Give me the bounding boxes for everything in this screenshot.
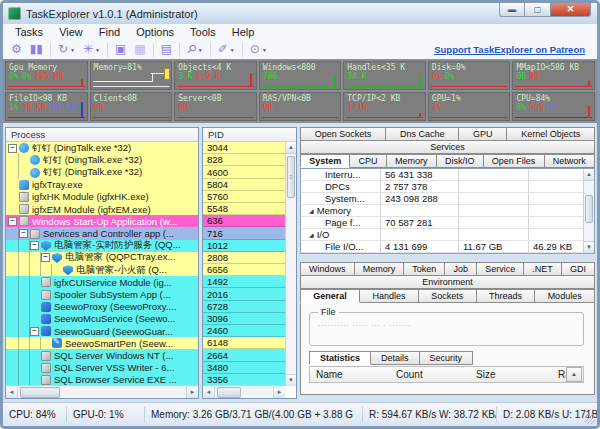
tab-token[interactable]: Token <box>404 262 445 276</box>
process-row[interactable]: SQL Server Windows NT (... <box>6 349 198 361</box>
power-button[interactable]: ⊙▼ <box>246 41 271 58</box>
process-row[interactable]: SQL Server VSS Writer - 6... <box>6 362 198 374</box>
system-table-row[interactable]: System...243 098 288 <box>301 193 583 205</box>
graph-panel-0[interactable]: Gpu Memory0%0%255 MB <box>5 61 88 90</box>
tab-kernel-objects[interactable]: Kernel Objects <box>507 127 595 141</box>
tab-system[interactable]: System <box>300 154 350 168</box>
process-row[interactable]: Spooler SubSystem App (... <box>6 288 198 300</box>
pid-cell[interactable]: 5804 <box>203 179 285 191</box>
menu-item-help[interactable]: Help <box>224 26 263 38</box>
tab-job[interactable]: Job <box>445 262 477 276</box>
graph-panel-2[interactable]: Objects<4 K3 K1.9 K <box>174 61 257 90</box>
tree-expander-icon[interactable]: − <box>41 253 50 262</box>
graph-panel-10[interactable]: RAS/VPN<0B0B <box>259 92 342 121</box>
stats-col-name[interactable]: Name <box>310 369 390 380</box>
pid-cell[interactable]: 6148 <box>203 337 285 349</box>
pid-cell[interactable]: 4600 <box>203 166 285 178</box>
process-column-header[interactable]: Process <box>6 128 198 142</box>
process-row[interactable]: −钉钉 (DingTalk.exe *32) <box>6 142 198 154</box>
pid-cell[interactable]: 636 <box>203 215 285 227</box>
pid-cell[interactable]: 3044 <box>203 142 285 154</box>
tab-modules[interactable]: Modules <box>535 289 595 303</box>
menu-item-view[interactable]: View <box>51 26 91 38</box>
pid-cell[interactable]: 1012 <box>203 240 285 252</box>
process-hscrollbar[interactable]: ◄ ► <box>6 385 198 398</box>
tab-sockets[interactable]: Sockets <box>419 289 477 303</box>
process-row[interactable]: igfxHK Module (igfxHK.exe) <box>6 191 198 203</box>
tab-gpu[interactable]: GPU <box>459 127 507 141</box>
vscroll-thumb[interactable]: ≡ <box>287 156 295 198</box>
process-row[interactable]: 电脑管家-小火箭 (Q... <box>6 264 198 276</box>
stats-col-size[interactable]: Size <box>470 369 552 380</box>
process-row[interactable]: igfxTray.exe <box>6 179 198 191</box>
process-row[interactable]: SeewoSmartPen (Seew... <box>6 337 198 349</box>
pid-cell[interactable]: 2016 <box>203 288 285 300</box>
graph-limit-slider[interactable] <box>164 68 170 80</box>
minimize-button[interactable]: ▬ <box>499 3 525 17</box>
pid-vscrollbar[interactable]: ▲ ≡ ▼ <box>285 142 296 386</box>
stats-col-rate[interactable]: Rate <box>552 369 566 380</box>
tab-environment[interactable]: Environment <box>300 276 595 289</box>
tab-network[interactable]: Network <box>545 154 595 168</box>
scroll-up-icon[interactable]: ▲ <box>286 142 296 154</box>
scroll-down-icon[interactable]: ▼ <box>286 374 296 386</box>
scroll-left-icon[interactable]: ◄ <box>6 387 18 398</box>
pid-cell[interactable]: 5548 <box>203 203 285 215</box>
tab-open-files[interactable]: Open Files <box>484 154 545 168</box>
pid-cell[interactable]: 716 <box>203 227 285 239</box>
system-table-vscrollbar[interactable]: ▲ ▼ <box>583 169 594 253</box>
maximize-button[interactable]: ▢ <box>525 3 551 17</box>
process-row[interactable]: SeewoProxy (SeewoProxy.... <box>6 301 198 313</box>
dropdown-arrow-icon[interactable]: ▼ <box>70 47 75 53</box>
process-row[interactable]: 钉钉 (DingTalk.exe *32) <box>6 154 198 166</box>
monitor-add-button[interactable]: ▣ <box>111 41 130 58</box>
menu-item-options[interactable]: Options <box>128 26 182 38</box>
expand-arrow-icon[interactable]: ◢ <box>309 231 314 238</box>
tab-handles[interactable]: Handles <box>360 289 419 303</box>
system-table-row[interactable]: ◢I/O <box>301 229 583 241</box>
system-table-row[interactable]: DPCs2 757 378 <box>301 181 583 193</box>
graph-panel-4[interactable]: Handles<35 K34 K <box>343 61 426 90</box>
tab-open-sockets[interactable]: Open Sockets <box>300 127 386 141</box>
pid-cell[interactable]: 6728 <box>203 301 285 313</box>
dropdown-arrow-icon[interactable]: ▼ <box>95 47 100 53</box>
tab-cpu[interactable]: CPU <box>350 154 386 168</box>
system-table-row[interactable]: Interru...56 431 338 <box>301 169 583 181</box>
pid-cell[interactable]: 2664 <box>203 349 285 361</box>
system-table-row[interactable]: ◢Memory <box>301 205 583 217</box>
pid-cell[interactable]: 2808 <box>203 252 285 264</box>
refresh-interval-button[interactable]: ↻▼ <box>54 41 79 58</box>
tab-services[interactable]: Services <box>300 141 595 154</box>
pid-cell[interactable]: 3480 <box>203 362 285 374</box>
dropdown-arrow-icon[interactable]: ▼ <box>262 47 267 53</box>
pid-cell[interactable]: 1492 <box>203 276 285 288</box>
tab-memory[interactable]: Memory <box>355 262 405 276</box>
graph-panel-7[interactable]: FileIO<98 KB1%38 KB101 KB <box>5 92 88 121</box>
tab-disk-io[interactable]: Disk/IO <box>437 154 484 168</box>
menu-item-tasks[interactable]: Tasks <box>7 26 51 38</box>
graph-panel-11[interactable]: TCP/IP<2 KB171B <box>343 92 426 121</box>
process-row[interactable]: igfxEM Module (igfxEM.exe) <box>6 203 198 215</box>
scroll-up-icon[interactable]: ▲ <box>584 169 594 181</box>
graph-panel-6[interactable]: MMapIO<586 KB0B9B <box>512 61 595 90</box>
pid-cell[interactable]: 6656 <box>203 264 285 276</box>
scroll-right-icon[interactable]: ► <box>273 387 285 398</box>
process-row[interactable]: igfxCUIService Module (ig... <box>6 276 198 288</box>
tab-general[interactable]: General <box>300 289 360 303</box>
system-table-row[interactable]: Page f...70 587 281 <box>301 217 583 229</box>
process-row[interactable]: −电脑管家 (QQPCTray.ex... <box>6 252 198 264</box>
tab-net[interactable]: .NET <box>524 262 562 276</box>
scroll-right-icon[interactable]: ► <box>186 387 198 398</box>
hscroll-thumb[interactable] <box>20 387 60 398</box>
close-button[interactable]: ✕ <box>551 3 591 17</box>
patreon-link[interactable]: Support TaskExplorer on Patreon <box>434 44 585 55</box>
scroll-down-icon[interactable]: ▼ <box>584 241 594 253</box>
tab-dns-cache[interactable]: Dns Cache <box>386 127 459 141</box>
settings-gears-button[interactable]: ⚙ <box>7 41 26 58</box>
tab-memory[interactable]: Memory <box>387 154 437 168</box>
menu-item-tools[interactable]: Tools <box>182 26 224 38</box>
sort-arrow-icon[interactable]: ▲ <box>566 367 582 382</box>
process-row[interactable]: −Services and Controller app (... <box>6 227 198 239</box>
tree-expander-icon[interactable]: − <box>19 229 28 238</box>
display-panel-button[interactable]: ▤ <box>157 41 176 58</box>
